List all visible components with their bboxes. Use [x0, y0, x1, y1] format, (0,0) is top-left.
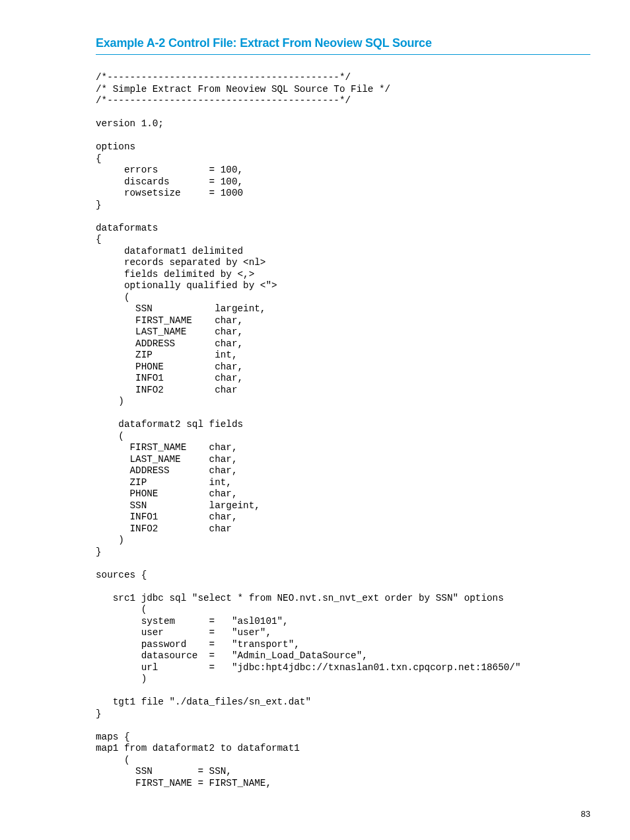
code-block: /*--------------------------------------…: [96, 72, 590, 789]
page-container: Example A-2 Control File: Extract From N…: [0, 0, 630, 840]
example-heading: Example A-2 Control File: Extract From N…: [96, 36, 590, 55]
page-number: 83: [581, 809, 590, 819]
